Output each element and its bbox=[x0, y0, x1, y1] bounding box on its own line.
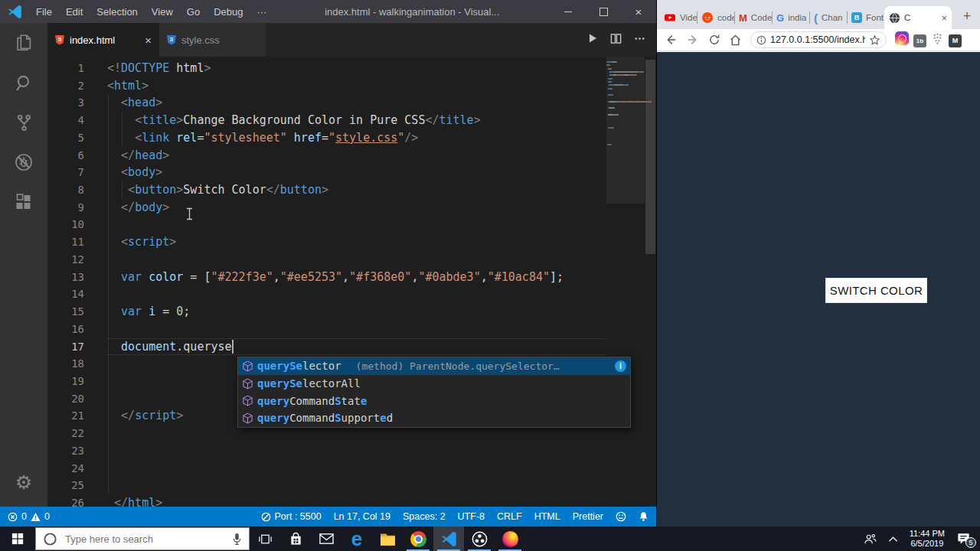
statusbar-item-ln-17-col-19[interactable]: Ln 17, Col 19 bbox=[334, 511, 390, 522]
people-icon[interactable] bbox=[864, 533, 877, 545]
statusbar-item-prettier[interactable]: Prettier bbox=[573, 511, 603, 522]
mouse-text-cursor bbox=[185, 207, 194, 220]
taskbar-app-chrome[interactable] bbox=[403, 527, 433, 551]
minimap-slider[interactable] bbox=[606, 57, 645, 204]
menu-item-[interactable]: ··· bbox=[250, 6, 273, 18]
clock-time: 11:44 PM bbox=[910, 529, 945, 539]
nav-forward-button[interactable] bbox=[686, 33, 700, 47]
nav-home-button[interactable] bbox=[729, 34, 742, 47]
menu-item-selection[interactable]: Selection bbox=[90, 6, 144, 18]
menu-item-view[interactable]: View bbox=[145, 6, 180, 18]
youtube-icon bbox=[664, 11, 676, 24]
browser-tab-chan[interactable]: (Chan bbox=[809, 6, 847, 29]
browser-toolbar: 127.0.0.1:5500/index.html 1bM bbox=[657, 29, 980, 51]
statusbar-item-smiley[interactable] bbox=[616, 511, 626, 522]
chrome-icon bbox=[410, 531, 426, 547]
address-bar[interactable]: 127.0.0.1:5500/index.html bbox=[750, 31, 887, 48]
code-line: <!DOCTYPE html> bbox=[107, 60, 606, 77]
code-editor[interactable]: <!DOCTYPE html><html> <head> <title>Chan… bbox=[107, 57, 606, 507]
statusbar-label: Prettier bbox=[573, 511, 603, 522]
maximize-icon[interactable] bbox=[586, 0, 621, 23]
statusbar-item-html[interactable]: HTML bbox=[534, 511, 560, 522]
statusbar-item-utf-8[interactable]: UTF-8 bbox=[458, 511, 485, 522]
browser-tab-code[interactable]: code bbox=[697, 6, 734, 29]
suggestion-item[interactable]: querySelectorAll bbox=[238, 375, 630, 393]
problems-status[interactable]: 0 0 bbox=[8, 511, 50, 522]
statusbar-item-spaces-2[interactable]: Spaces: 2 bbox=[403, 511, 446, 522]
tab-close-icon[interactable]: × bbox=[145, 34, 152, 47]
nav-buttons bbox=[664, 33, 742, 47]
tab-index-html[interactable]: 5index.html× bbox=[47, 23, 159, 57]
scrollbar-thumb[interactable] bbox=[645, 60, 655, 254]
tab-style-css[interactable]: 3style.css bbox=[159, 23, 266, 57]
browser-tab-label: code bbox=[717, 13, 734, 22]
suggestion-item[interactable]: querySelector(method) ParentNode.querySe… bbox=[238, 357, 630, 375]
activitybar-search[interactable] bbox=[0, 63, 47, 103]
menu-item-debug[interactable]: Debug bbox=[207, 6, 250, 18]
gmail-icon: M bbox=[739, 13, 747, 23]
line-number: 6 bbox=[47, 147, 107, 165]
extension-onebox[interactable]: 1b bbox=[913, 32, 926, 48]
taskbar-app-edge[interactable]: e bbox=[341, 527, 372, 551]
suggestion-item[interactable]: queryCommandSupported bbox=[238, 409, 630, 427]
taskbar-app-folder[interactable] bbox=[372, 527, 403, 551]
editor-scrollbar bbox=[645, 57, 656, 507]
minimap[interactable] bbox=[606, 57, 645, 507]
suggestion-item[interactable]: queryCommandState bbox=[238, 392, 630, 409]
activitybar-source-control[interactable] bbox=[0, 103, 47, 142]
extension-instagram[interactable] bbox=[895, 31, 909, 48]
taskbar-app-taskview[interactable] bbox=[250, 527, 280, 551]
action-split-editor[interactable] bbox=[610, 33, 622, 47]
taskbar-app-store[interactable] bbox=[280, 527, 311, 551]
window-title: index.html - walkinganimation - Visual..… bbox=[273, 6, 550, 18]
statusbar-item-crlf[interactable]: CRLF bbox=[497, 511, 522, 522]
activitybar-explorer[interactable] bbox=[0, 23, 47, 63]
statusbar-item-port-5500[interactable]: Port : 5500 bbox=[261, 511, 321, 522]
activitybar-debug[interactable] bbox=[0, 142, 47, 182]
bookmark-star-icon[interactable] bbox=[869, 34, 880, 46]
notification-center[interactable]: 5 bbox=[956, 532, 971, 546]
close-icon[interactable]: × bbox=[621, 0, 656, 23]
browser-tab-india[interactable]: Gindia bbox=[772, 6, 809, 29]
browser-tab-c[interactable]: C× bbox=[884, 6, 952, 29]
tab-close-icon[interactable]: × bbox=[941, 12, 947, 24]
menu-item-edit[interactable]: Edit bbox=[59, 6, 90, 18]
new-tab-button[interactable]: + bbox=[958, 7, 976, 25]
source-control-icon bbox=[15, 113, 34, 132]
microphone-icon[interactable] bbox=[232, 533, 242, 546]
browser-tab-font[interactable]: BFont bbox=[847, 6, 884, 29]
menu-item-go[interactable]: Go bbox=[180, 6, 207, 18]
extension-grab-dots[interactable] bbox=[931, 32, 944, 48]
start-button[interactable] bbox=[0, 527, 35, 551]
taskbar-app-obs[interactable] bbox=[464, 527, 495, 551]
statusbar-label: CRLF bbox=[497, 511, 522, 522]
site-info-icon[interactable] bbox=[756, 35, 766, 45]
cube-icon bbox=[242, 395, 253, 406]
errors-count: 0 bbox=[21, 511, 27, 522]
taskbar-clock[interactable]: 11:44 PM 6/5/2019 bbox=[910, 529, 945, 549]
statusbar-item-bell[interactable] bbox=[639, 511, 648, 522]
nav-back-button[interactable] bbox=[664, 33, 678, 47]
info-icon[interactable]: i bbox=[615, 360, 626, 372]
activitybar-extensions[interactable] bbox=[0, 182, 47, 222]
extension-m-box[interactable]: M bbox=[949, 32, 962, 47]
chevron-up-icon[interactable] bbox=[888, 536, 898, 543]
switch-color-button[interactable]: SWITCH COLOR bbox=[825, 278, 927, 303]
browser-tab-vide[interactable]: Vide bbox=[659, 6, 697, 29]
action-more-actions[interactable] bbox=[634, 33, 645, 47]
minimize-icon[interactable] bbox=[550, 0, 586, 23]
menu-item-file[interactable]: File bbox=[29, 6, 59, 18]
taskbar-app-firefox[interactable] bbox=[495, 527, 525, 551]
tab-label: index.html bbox=[70, 34, 115, 46]
line-number: 22 bbox=[47, 425, 107, 442]
taskbar-app-mail[interactable] bbox=[311, 527, 341, 551]
action-run[interactable] bbox=[587, 33, 598, 47]
nav-reload-button[interactable] bbox=[708, 34, 720, 46]
taskbar-search[interactable] bbox=[35, 527, 250, 550]
cube-icon bbox=[242, 360, 253, 372]
activitybar-settings[interactable]: ⚙ bbox=[0, 462, 47, 502]
css3-icon: 3 bbox=[167, 35, 176, 45]
browser-tab-code[interactable]: MCode bbox=[734, 6, 772, 29]
taskbar-app-vscode[interactable] bbox=[433, 527, 464, 551]
search-input[interactable] bbox=[64, 533, 226, 546]
